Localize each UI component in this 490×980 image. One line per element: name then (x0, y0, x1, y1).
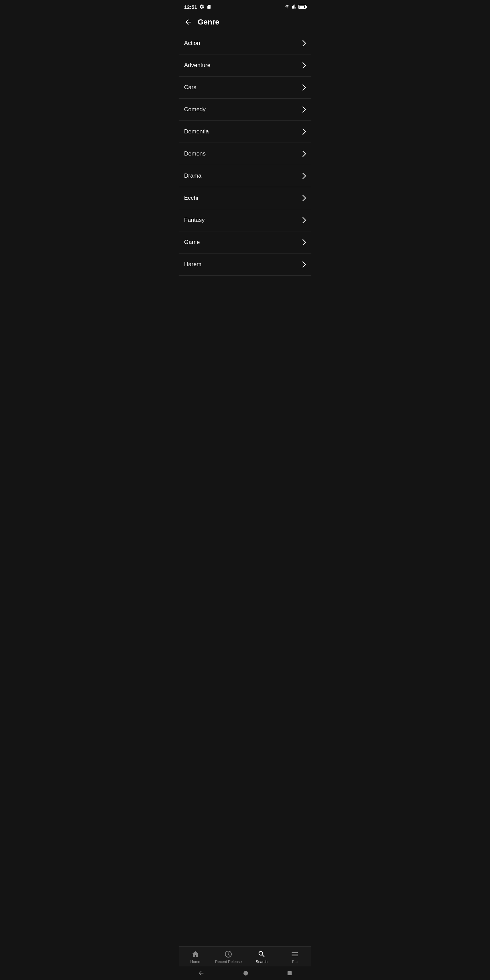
genre-item-game[interactable]: Game (179, 231, 311, 253)
genre-name: Fantasy (184, 217, 205, 224)
chevron-right-icon (302, 107, 306, 113)
genre-item-ecchi[interactable]: Ecchi (179, 187, 311, 209)
status-right (284, 5, 306, 9)
genre-name: Ecchi (184, 195, 198, 202)
genre-item-harem[interactable]: Harem (179, 253, 311, 275)
genre-name: Dementia (184, 128, 209, 135)
chevron-right-icon (302, 129, 306, 135)
genre-name: Comedy (184, 106, 205, 113)
genre-item-fantasy[interactable]: Fantasy (179, 209, 311, 231)
genre-list: ActionAdventureCarsComedyDementiaDemonsD… (179, 32, 311, 275)
genre-item-cars[interactable]: Cars (179, 76, 311, 99)
genre-name: Demons (184, 150, 205, 157)
chevron-right-icon (302, 40, 306, 46)
chevron-right-icon (302, 62, 306, 68)
settings-icon (199, 4, 205, 10)
chevron-right-icon (302, 151, 306, 157)
genre-item-dementia[interactable]: Dementia (179, 121, 311, 143)
genre-name: Cars (184, 84, 196, 91)
genre-name: Game (184, 239, 200, 246)
genre-name: Action (184, 40, 200, 47)
battery-icon (298, 5, 306, 9)
chevron-right-icon (302, 195, 306, 201)
back-arrow-icon (184, 18, 192, 26)
wifi-icon (284, 5, 290, 9)
status-bar: 12:51 (179, 0, 311, 14)
genre-list-container: ActionAdventureCarsComedyDementiaDemonsD… (179, 32, 311, 317)
sd-card-icon (207, 4, 211, 10)
genre-name: Harem (184, 261, 202, 268)
genre-item-drama[interactable]: Drama (179, 165, 311, 187)
genre-item-adventure[interactable]: Adventure (179, 54, 311, 76)
genre-name: Drama (184, 172, 202, 179)
chevron-right-icon (302, 173, 306, 179)
chevron-right-icon (302, 261, 306, 267)
status-time: 12:51 (184, 4, 197, 10)
signal-icon (292, 5, 297, 9)
genre-item-demons[interactable]: Demons (179, 143, 311, 165)
chevron-right-icon (302, 84, 306, 91)
genre-name: Adventure (184, 62, 211, 69)
header: Genre (179, 14, 311, 32)
genre-item-action[interactable]: Action (179, 32, 311, 54)
chevron-right-icon (302, 239, 306, 245)
back-button[interactable] (184, 18, 192, 26)
status-left: 12:51 (184, 4, 211, 10)
page-title: Genre (198, 18, 220, 27)
genre-item-comedy[interactable]: Comedy (179, 99, 311, 121)
chevron-right-icon (302, 217, 306, 223)
